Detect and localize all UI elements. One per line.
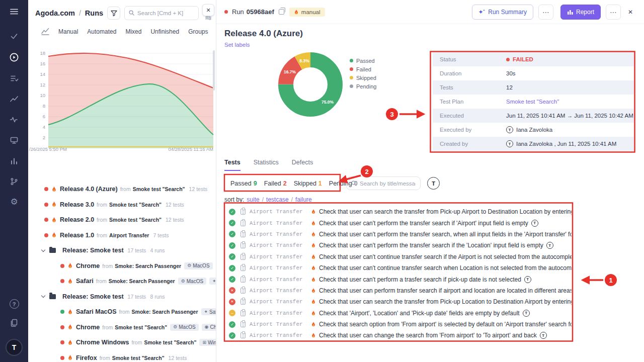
tab-defects[interactable]: Defects	[292, 159, 313, 171]
close-run-button[interactable]: ✕	[624, 9, 637, 16]
suite-label: Airport Transfer	[250, 288, 308, 294]
env-badge: Safari	[201, 308, 216, 315]
test-row[interactable]: Airport Transfer Check that user can per…	[224, 285, 572, 296]
run-group-row[interactable]: Release: Smoke test 17 tests 4 runs	[28, 243, 216, 258]
from-label: from	[102, 324, 113, 330]
test-stats-row: Passed9 Failed2 Skipped1 Pending0 T	[224, 175, 634, 191]
run-list-item[interactable]: Release 3.0 from Smoke test "Search" 12 …	[28, 197, 216, 213]
group-runs-meta: 4 runs	[150, 247, 165, 253]
run-list-item[interactable]: Release 2.0 from Smoke test "Search" 12 …	[28, 212, 216, 228]
test-row[interactable]: Airport Transfer Check that user can't c…	[224, 251, 572, 262]
run-status-dot	[224, 10, 228, 14]
test-row[interactable]: Airport Transfer Check that user can sea…	[224, 296, 572, 307]
test-plan-link[interactable]: Smoke test "Search"	[506, 99, 559, 105]
run-summary-button[interactable]: Run Summary	[472, 5, 533, 20]
test-row[interactable]: Airport Transfer Check that user can't p…	[224, 240, 572, 251]
terminal-icon[interactable]	[10, 136, 19, 147]
test-row[interactable]: Airport Transfer Check that user can cha…	[224, 330, 572, 341]
tab-groups[interactable]: Groups	[188, 28, 208, 35]
test-row[interactable]: Airport Transfer Check that user can't p…	[224, 217, 572, 228]
run-list-item[interactable]: Chrome from Smoke test "Search" MacOS Ch…	[28, 320, 216, 335]
chevron-down-icon[interactable]	[41, 294, 45, 298]
suite-label: Airport Transfer	[250, 220, 308, 226]
tab-statistics[interactable]: Statistics	[254, 159, 279, 171]
test-row[interactable]: Airport Transfer Check that user can't c…	[224, 262, 572, 274]
pulse-icon[interactable]	[10, 115, 19, 126]
test-title: Check that user can search the transfer …	[319, 208, 572, 215]
filter-button[interactable]	[107, 7, 120, 20]
settings-icon[interactable]: ⚙	[10, 198, 18, 206]
avatar: T	[506, 126, 513, 133]
sort-by-failure-link[interactable]: failure	[295, 196, 312, 203]
tests-icon[interactable]	[10, 32, 19, 43]
chevron-down-icon[interactable]	[41, 248, 45, 252]
sort-by-suite-link[interactable]: suite	[247, 196, 259, 203]
run-list-item[interactable]: Release 1.0 from Airport Transfer 7 test…	[28, 228, 216, 243]
tasks-icon[interactable]	[10, 74, 19, 85]
safari-icon	[212, 279, 216, 284]
runs-search-input[interactable]	[137, 10, 194, 16]
menu-icon[interactable]	[10, 7, 19, 18]
sort-by-testcase-link[interactable]: testcase	[266, 196, 289, 203]
assignee-avatar: T	[523, 310, 530, 317]
run-list-item[interactable]: Chrome from Smoke: Search Passenger MacO…	[28, 258, 216, 274]
testcase-icon	[240, 231, 246, 237]
run-status-dot	[60, 340, 64, 344]
passed-icon	[229, 321, 235, 328]
copy-icon[interactable]	[279, 9, 284, 15]
test-row[interactable]: Airport Transfer Check that user can sea…	[224, 206, 572, 217]
runs-search[interactable]	[124, 6, 199, 20]
reports-icon[interactable]	[10, 156, 19, 167]
from-label: from	[102, 263, 113, 269]
tests-search[interactable]	[346, 176, 421, 190]
test-title: Check that user can change the search fr…	[319, 332, 537, 339]
tab-automated[interactable]: Automated	[87, 28, 116, 35]
group-runs-meta: 8 runs	[150, 294, 165, 300]
test-counts-bar: Passed9 Failed2 Skipped1 Pending0	[224, 180, 337, 187]
suite-label: Airport Transfer	[250, 299, 308, 305]
run-list-item[interactable]: Safari from Smoke: Search Passenger MacO…	[28, 274, 216, 289]
run-list-item[interactable]: Firefox from Smoke test "Search" 12 test…	[28, 350, 216, 362]
svg-text:10: 10	[40, 93, 45, 98]
test-title: Check that search option from 'From airp…	[319, 321, 572, 328]
more-options-button[interactable]: ⋯	[606, 5, 621, 20]
runs-icon[interactable]	[9, 52, 19, 64]
analytics-icon[interactable]	[10, 95, 19, 106]
assignee-avatar: T	[540, 332, 547, 339]
tests-search-input[interactable]	[360, 180, 416, 187]
tab-tests[interactable]: Tests	[224, 159, 240, 171]
test-row[interactable]: Airport Transfer Check that search optio…	[224, 319, 572, 330]
tab-unfinished[interactable]: Unfinished	[150, 28, 179, 35]
svg-text:18: 18	[40, 50, 45, 56]
assignee-filter-button[interactable]: T	[427, 177, 440, 190]
docs-icon[interactable]	[10, 318, 19, 329]
report-button[interactable]: Report	[560, 5, 601, 20]
testcase-icon	[240, 254, 246, 260]
run-list-item[interactable]: Safari MacOS from Smoke: Search Passenge…	[28, 304, 216, 320]
test-row[interactable]: Airport Transfer Check that user can't p…	[224, 274, 572, 285]
test-row[interactable]: Airport Transfer Check that user can't p…	[224, 229, 572, 240]
panel-scrollbar[interactable]	[213, 50, 215, 90]
run-detail-topbar: Run 05968aef manual Run Summary ⋯ Report…	[216, 0, 644, 24]
suite-label: Airport Transfer	[250, 310, 308, 316]
test-row[interactable]: Airport Transfer Check that 'Airport', '…	[224, 308, 572, 319]
tab-manual[interactable]: Manual	[58, 28, 78, 35]
run-list-item[interactable]: Release 4.0 (Azure) from Smoke test "Sea…	[28, 182, 216, 197]
user-avatar[interactable]: T	[6, 339, 23, 356]
close-panel-button[interactable]: ✕	[202, 4, 214, 16]
from-label: from	[96, 278, 107, 284]
run-list-item[interactable]: Chrome Windows from Smoke test "Search" …	[28, 335, 216, 350]
detail-tabs: Tests Statistics Defects	[224, 159, 634, 171]
branch-icon[interactable]	[10, 177, 19, 188]
chart-toggle-icon[interactable]	[41, 27, 49, 37]
manual-flame-icon	[311, 254, 316, 260]
set-labels-link[interactable]: Set labels	[224, 42, 250, 48]
testcase-icon	[240, 265, 246, 271]
manual-flame-icon	[311, 220, 316, 226]
run-group-row[interactable]: Release: Smoke test 17 tests 8 runs	[28, 289, 216, 305]
help-icon[interactable]: ?	[10, 299, 19, 309]
testcase-icon	[240, 209, 246, 215]
manual-flame-icon	[67, 324, 73, 330]
tab-mixed[interactable]: Mixed	[125, 28, 141, 35]
more-actions-button[interactable]: ⋯	[538, 5, 553, 20]
